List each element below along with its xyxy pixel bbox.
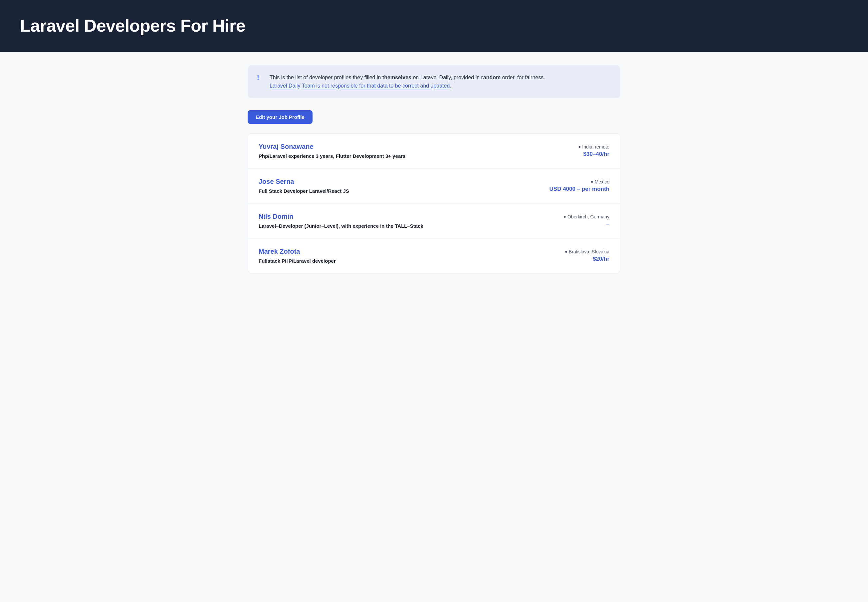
location-pin-icon: ● [591,179,593,184]
page-title: Laravel Developers For Hire [20,16,848,36]
dev-location-text: India, remote [582,144,609,149]
dev-right-2: ● Oberkirch, Germany – [543,214,609,227]
developer-card[interactable]: Marek Zofota Fullstack PHP/Laravel devel… [248,238,620,273]
dev-name: Yuvraj Sonawane [259,143,543,150]
dev-rate: – [543,221,609,227]
location-pin-icon: ● [563,214,566,219]
notice-icon: ! [257,74,264,81]
dev-name: Nils Domin [259,213,543,220]
notice-box: ! This is the list of developer profiles… [248,65,620,98]
dev-rate: $30–40/hr [543,151,609,158]
developer-card[interactable]: Nils Domin Laravel–Developer (Junior–Lev… [248,203,620,238]
dev-left-2: Nils Domin Laravel–Developer (Junior–Lev… [259,213,543,229]
dev-location: ● Oberkirch, Germany [543,214,609,220]
main-content: ! This is the list of developer profiles… [228,52,640,293]
dev-location-text: Mexico [595,179,609,184]
notice-line1: This is the list of developer profiles t… [270,75,545,80]
dev-description: Php/Laravel experience 3 years, Flutter … [259,153,543,159]
dev-rate: USD 4000 – per month [543,186,609,192]
edit-profile-button[interactable]: Edit your Job Profile [248,110,313,124]
dev-location-text: Oberkirch, Germany [567,214,609,220]
dev-description: Laravel–Developer (Junior–Level), with e… [259,223,543,229]
dev-left-3: Marek Zofota Fullstack PHP/Laravel devel… [259,248,543,264]
dev-location: ● Mexico [543,179,609,184]
dev-location: ● Bratislava, Slovakia [543,249,609,254]
dev-left-1: Jose Serna Full Stack Developer Laravel/… [259,178,543,194]
hero-banner: Laravel Developers For Hire [0,0,868,52]
location-pin-icon: ● [565,249,567,254]
dev-right-1: ● Mexico USD 4000 – per month [543,179,609,192]
location-pin-icon: ● [578,144,581,149]
dev-left-0: Yuvraj Sonawane Php/Laravel experience 3… [259,143,543,159]
dev-right-3: ● Bratislava, Slovakia $20/hr [543,249,609,263]
developer-list: Yuvraj Sonawane Php/Laravel experience 3… [248,133,620,273]
developer-card[interactable]: Jose Serna Full Stack Developer Laravel/… [248,169,620,203]
dev-name: Marek Zofota [259,248,543,255]
dev-name: Jose Serna [259,178,543,186]
dev-description: Fullstack PHP/Laravel developer [259,258,543,264]
dev-rate: $20/hr [543,256,609,263]
dev-description: Full Stack Developer Laravel/React JS [259,188,543,194]
dev-location-text: Bratislava, Slovakia [569,249,609,254]
dev-right-0: ● India, remote $30–40/hr [543,144,609,158]
notice-link[interactable]: Laravel Daily Team is not responsible fo… [270,83,451,89]
notice-text: This is the list of developer profiles t… [270,73,545,90]
developer-card[interactable]: Yuvraj Sonawane Php/Laravel experience 3… [248,134,620,169]
dev-location: ● India, remote [543,144,609,149]
